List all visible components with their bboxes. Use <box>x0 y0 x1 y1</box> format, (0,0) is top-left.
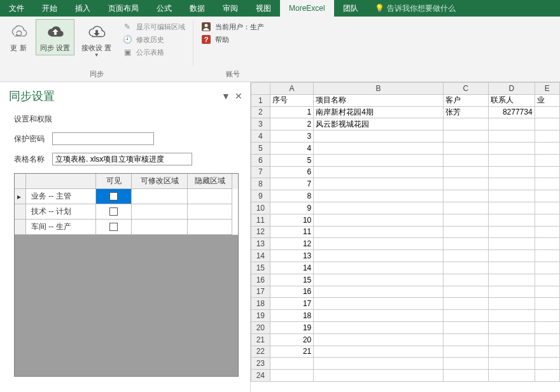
cell-A17[interactable]: 16 <box>270 286 314 298</box>
column-header-B[interactable]: B <box>314 83 443 95</box>
side-pane-menu-button[interactable]: ▼ <box>220 91 232 101</box>
cell-B17[interactable] <box>314 286 443 298</box>
sync-settings-button[interactable]: 同步 设置 <box>36 19 74 55</box>
cell-C4[interactable] <box>443 130 488 143</box>
current-user-display[interactable]: 当前用户：生产 <box>197 20 268 33</box>
cell-E24[interactable] <box>535 370 559 382</box>
cell-D8[interactable] <box>489 178 535 190</box>
cell-D1[interactable]: 联系人 <box>489 94 535 106</box>
cell-C24[interactable] <box>443 370 488 382</box>
cell-B13[interactable] <box>314 238 443 250</box>
row-header-18[interactable]: 18 <box>251 298 270 310</box>
cell-A21[interactable]: 20 <box>270 333 314 346</box>
cell-B19[interactable] <box>314 310 443 322</box>
cell-D13[interactable] <box>489 238 535 250</box>
cell-E16[interactable] <box>535 274 559 286</box>
role-row[interactable]: 车间 -- 生产 <box>15 220 238 235</box>
cell-B7[interactable] <box>314 166 443 178</box>
cell-B3[interactable]: 风云影视城花园 <box>314 118 443 130</box>
cell-C21[interactable] <box>443 333 488 346</box>
cell-A9[interactable]: 8 <box>270 190 314 202</box>
cell-D16[interactable] <box>489 274 535 286</box>
cell-C18[interactable] <box>443 298 488 310</box>
show-editable-button[interactable]: ✎ 显示可编辑区域 <box>118 20 189 33</box>
cell-E7[interactable] <box>535 166 559 178</box>
cell-B14[interactable] <box>314 250 443 262</box>
refresh-button[interactable]: 更 新 <box>4 19 33 55</box>
row-header-9[interactable]: 9 <box>251 190 270 202</box>
publish-button[interactable]: ▣ 公示表格 <box>118 46 189 59</box>
cell-B2[interactable]: 南岸新村花园4期 <box>314 106 443 118</box>
row-header-19[interactable]: 19 <box>251 310 270 322</box>
cell-B8[interactable] <box>314 178 443 190</box>
cell-D6[interactable] <box>489 154 535 166</box>
cell-C3[interactable] <box>443 118 488 130</box>
cell-A1[interactable]: 序号 <box>270 94 314 106</box>
help-button[interactable]: ? 帮助 <box>197 33 268 46</box>
cell-A15[interactable]: 14 <box>270 262 314 274</box>
cell-C19[interactable] <box>443 310 488 322</box>
cell-C9[interactable] <box>443 190 488 202</box>
cell-C17[interactable] <box>443 286 488 298</box>
row-header-6[interactable]: 6 <box>251 154 270 166</box>
cell-C14[interactable] <box>443 250 488 262</box>
cell-E12[interactable] <box>535 226 559 238</box>
row-header-17[interactable]: 17 <box>251 286 270 298</box>
role-editable-cell[interactable] <box>132 220 188 235</box>
cell-C8[interactable] <box>443 178 488 190</box>
cell-D15[interactable] <box>489 262 535 274</box>
cell-B5[interactable] <box>314 142 443 154</box>
cell-A3[interactable]: 2 <box>270 118 314 130</box>
role-editable-cell[interactable] <box>132 204 188 220</box>
cell-D19[interactable] <box>489 310 535 322</box>
table-name-input[interactable] <box>52 153 192 165</box>
cell-D23[interactable] <box>489 358 535 370</box>
cell-C5[interactable] <box>443 142 488 154</box>
select-all-corner[interactable] <box>251 83 270 95</box>
cell-B18[interactable] <box>314 298 443 310</box>
role-hidden-cell[interactable] <box>188 204 232 220</box>
row-header-20[interactable]: 20 <box>251 321 270 333</box>
side-pane-close-button[interactable]: ✕ <box>232 91 245 101</box>
row-header-10[interactable]: 10 <box>251 202 270 214</box>
cell-C12[interactable] <box>443 226 488 238</box>
cell-D11[interactable] <box>489 214 535 226</box>
cell-C15[interactable] <box>443 262 488 274</box>
cell-C20[interactable] <box>443 321 488 333</box>
cell-B12[interactable] <box>314 226 443 238</box>
cell-B21[interactable] <box>314 333 443 346</box>
cell-D2[interactable]: 8277734 <box>489 106 535 118</box>
cell-C11[interactable] <box>443 214 488 226</box>
row-header-7[interactable]: 7 <box>251 166 270 178</box>
column-header-E[interactable]: E <box>535 83 559 95</box>
cell-E8[interactable] <box>535 178 559 190</box>
row-header-8[interactable]: 8 <box>251 178 270 190</box>
cell-E2[interactable] <box>535 106 559 118</box>
tab-公式[interactable]: 公式 <box>148 0 181 17</box>
cell-A2[interactable]: 1 <box>270 106 314 118</box>
cell-D4[interactable] <box>489 130 535 143</box>
spreadsheet[interactable]: ABCDE1序号项目名称客户联系人业21南岸新村花园4期张芳827773432风… <box>251 82 560 392</box>
cell-E6[interactable] <box>535 154 559 166</box>
row-header-14[interactable]: 14 <box>251 250 270 262</box>
column-header-D[interactable]: D <box>489 83 535 95</box>
cell-B4[interactable] <box>314 130 443 143</box>
tab-开始[interactable]: 开始 <box>33 0 66 17</box>
cell-A14[interactable]: 13 <box>270 250 314 262</box>
cell-A6[interactable]: 5 <box>270 154 314 166</box>
role-visible-checkbox[interactable] <box>96 189 132 204</box>
role-visible-checkbox[interactable] <box>96 220 132 235</box>
cell-A24[interactable] <box>270 370 314 382</box>
cell-E1[interactable]: 业 <box>535 94 559 106</box>
role-editable-cell[interactable] <box>132 189 188 204</box>
cell-B6[interactable] <box>314 154 443 166</box>
cell-A16[interactable]: 15 <box>270 274 314 286</box>
cell-C22[interactable] <box>443 346 488 358</box>
cell-C7[interactable] <box>443 166 488 178</box>
role-row[interactable]: ▸业务 -- 主管 <box>15 189 238 204</box>
cell-A7[interactable]: 6 <box>270 166 314 178</box>
cell-C2[interactable]: 张芳 <box>443 106 488 118</box>
row-header-5[interactable]: 5 <box>251 142 270 154</box>
cell-E17[interactable] <box>535 286 559 298</box>
tell-me-search[interactable]: 💡告诉我你想要做什么 <box>367 0 463 17</box>
